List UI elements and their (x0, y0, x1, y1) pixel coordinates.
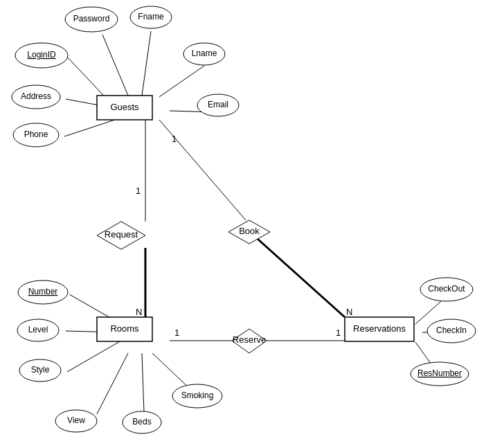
email-label: Email (208, 100, 228, 109)
number-label: Number (28, 287, 58, 296)
book-label: Book (239, 226, 260, 236)
checkout-label: CheckOut (428, 284, 465, 294)
svg-line-17 (142, 353, 144, 412)
lname-label: Lname (192, 48, 217, 58)
cardinality-1-request: 1 (136, 186, 141, 196)
request-label: Request (105, 229, 138, 240)
view-label: View (67, 415, 85, 425)
cardinality-1-reserve-reservations: 1 (336, 328, 341, 338)
svg-line-15 (67, 341, 121, 372)
level-label: Level (28, 325, 48, 334)
loginid-label: LoginID (27, 50, 56, 60)
svg-line-6 (64, 118, 121, 136)
phone-label: Phone (24, 129, 48, 139)
reserve-label: Reserve (233, 334, 266, 345)
er-diagram: N 1 1 N 1 1 Request Book Reserve Guests … (0, 0, 504, 448)
cardinality-1-reserve-rooms: 1 (174, 328, 179, 338)
password-label: Password (73, 14, 110, 24)
cardinality-n-book-reservations: N (346, 307, 352, 317)
svg-line-3 (159, 66, 204, 97)
svg-line-1 (102, 35, 128, 96)
guests-label: Guests (110, 102, 139, 112)
cardinality-n-request: N (136, 307, 142, 317)
smoking-label: Smoking (181, 391, 214, 400)
address-label: Address (21, 91, 51, 101)
fname-label: Fname (138, 12, 164, 21)
svg-line-2 (142, 31, 151, 96)
resnumber-label: ResNumber (417, 368, 462, 378)
svg-line-10 (258, 239, 345, 317)
beds-label: Beds (132, 417, 151, 427)
svg-line-16 (97, 353, 128, 414)
reservations-label: Reservations (353, 323, 406, 334)
cardinality-1-book-guests: 1 (172, 134, 177, 144)
checkin-label: CheckIn (436, 325, 467, 335)
rooms-label: Rooms (110, 323, 139, 334)
style-label: Style (31, 365, 50, 375)
